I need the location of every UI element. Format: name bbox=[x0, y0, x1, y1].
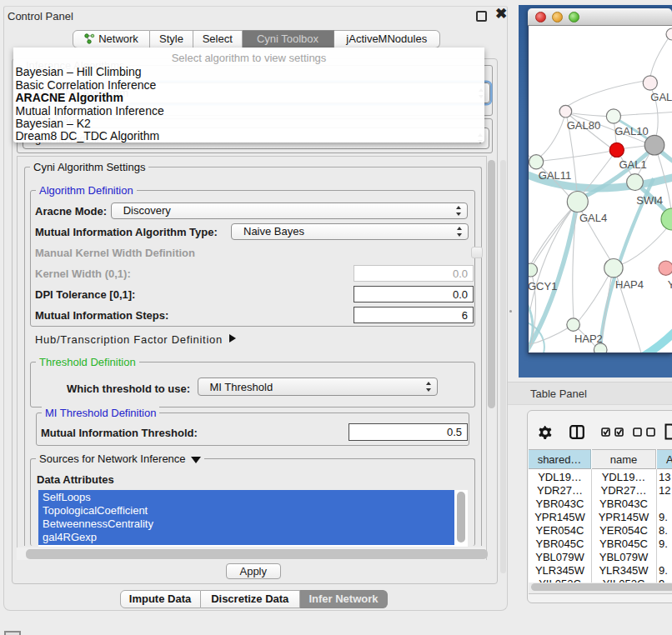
svg-text:HAP2: HAP2 bbox=[574, 332, 603, 345]
svg-text:GAL10: GAL10 bbox=[614, 125, 648, 138]
svg-text:GAL11: GAL11 bbox=[539, 169, 572, 182]
svg-text:GAL1: GAL1 bbox=[619, 158, 646, 171]
svg-text:GAL80: GAL80 bbox=[567, 119, 600, 132]
svg-text:SWI4: SWI4 bbox=[636, 194, 663, 207]
svg-text:GAL: GAL bbox=[650, 91, 672, 103]
svg-text:HAP4: HAP4 bbox=[615, 278, 644, 291]
svg-text:GAL4: GAL4 bbox=[579, 212, 607, 224]
svg-text:Y: Y bbox=[668, 278, 672, 291]
svg-text:GCY1: GCY1 bbox=[529, 280, 557, 292]
